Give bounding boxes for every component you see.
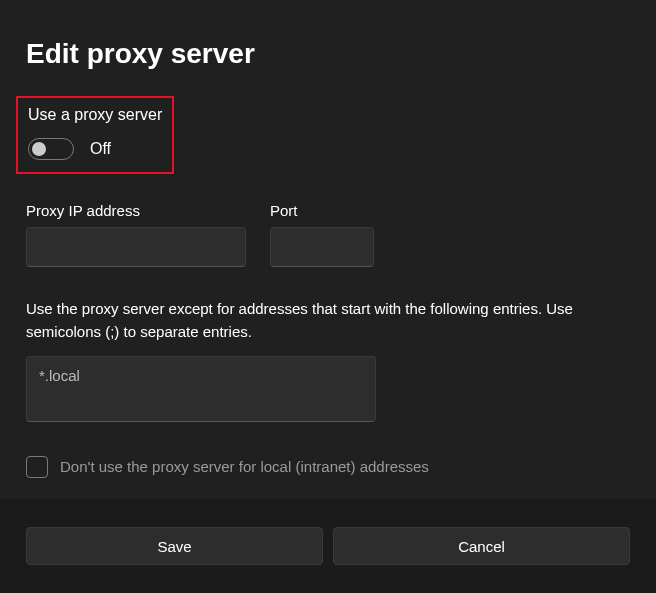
dialog-title: Edit proxy server [26,38,630,70]
ip-field-group: Proxy IP address [26,202,246,267]
local-bypass-row: Don't use the proxy server for local (in… [26,456,630,478]
exceptions-input[interactable] [26,356,376,422]
cancel-button[interactable]: Cancel [333,527,630,565]
proxy-toggle-state: Off [90,140,111,158]
dialog-footer: Save Cancel [0,499,656,593]
local-bypass-checkbox[interactable] [26,456,48,478]
proxy-toggle-row: Off [28,138,162,160]
exceptions-help-text: Use the proxy server except for addresse… [26,297,630,344]
port-label: Port [270,202,374,219]
proxy-settings-dialog: Edit proxy server Use a proxy server Off… [0,0,656,593]
ip-label: Proxy IP address [26,202,246,219]
proxy-toggle-label: Use a proxy server [28,106,162,124]
port-field-group: Port [270,202,374,267]
toggle-thumb-icon [32,142,46,156]
ip-input[interactable] [26,227,246,267]
proxy-toggle-switch[interactable] [28,138,74,160]
dialog-content: Edit proxy server Use a proxy server Off… [0,0,656,499]
local-bypass-label: Don't use the proxy server for local (in… [60,458,429,475]
proxy-fields-row: Proxy IP address Port [26,202,630,267]
save-button[interactable]: Save [26,527,323,565]
port-input[interactable] [270,227,374,267]
highlight-annotation: Use a proxy server Off [16,96,174,174]
